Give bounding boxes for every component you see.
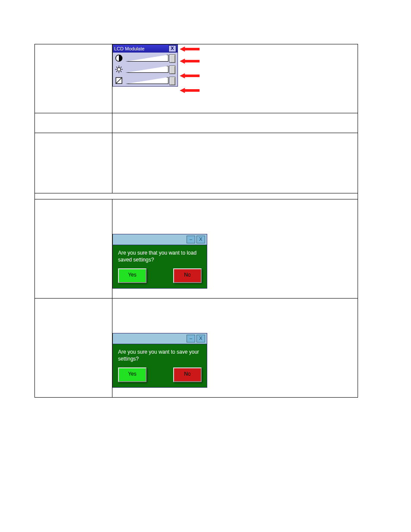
dialog-message: Are you sure that you want to load saved…	[118, 249, 202, 263]
cell-r6-c2: – X Are you sure you want to save your s…	[112, 299, 358, 398]
lcd-modulate-panel: LCD Modulate X	[112, 44, 178, 87]
lcd-title: LCD Modulate	[114, 46, 168, 51]
minimize-icon[interactable]: –	[187, 335, 195, 342]
brightness-slider[interactable]	[125, 66, 175, 73]
svg-line-9	[121, 67, 121, 68]
slider-thumb-icon[interactable]	[169, 77, 175, 85]
contrast-icon	[115, 54, 123, 62]
no-button[interactable]: No	[173, 268, 202, 283]
svg-line-6	[116, 67, 117, 68]
cell-r2-c2	[112, 113, 358, 133]
svg-point-1	[117, 68, 121, 71]
arrow-icon	[180, 46, 199, 52]
close-icon[interactable]: X	[196, 335, 205, 342]
arrow-icon	[180, 73, 199, 79]
save-dialog-wrap: – X Are you sure you want to save your s…	[112, 333, 355, 388]
svg-line-8	[116, 71, 117, 72]
contrast-slider[interactable]	[125, 55, 175, 62]
yes-button[interactable]: Yes	[118, 268, 146, 283]
cell-r1-c1	[35, 44, 112, 113]
minimize-icon[interactable]: –	[187, 236, 195, 243]
close-icon[interactable]: X	[196, 236, 205, 243]
cell-r4	[35, 193, 358, 199]
svg-marker-15	[180, 88, 199, 93]
load-settings-dialog: – X Are you sure that you want to load s…	[112, 234, 207, 289]
dialog-message: Are you sure you want to save your setti…	[118, 348, 202, 362]
save-settings-dialog: – X Are you sure you want to save your s…	[112, 333, 207, 388]
svg-marker-13	[180, 59, 199, 64]
calibration-icon	[115, 77, 123, 84]
layout-table: LCD Modulate X	[34, 44, 358, 398]
cell-r6-c1	[35, 299, 112, 398]
calibration-slider[interactable]	[125, 77, 175, 84]
brightness-row	[113, 64, 177, 75]
contrast-row	[113, 53, 177, 64]
svg-marker-12	[180, 47, 199, 52]
cell-r3-c1	[35, 133, 112, 193]
cell-r1-c2: LCD Modulate X	[112, 44, 358, 113]
lcd-titlebar: LCD Modulate X	[113, 45, 177, 53]
cell-r5-c1	[35, 199, 112, 299]
slider-thumb-icon[interactable]	[169, 65, 175, 74]
yes-button[interactable]: Yes	[118, 367, 146, 382]
cell-r5-c2: – X Are you sure that you want to load s…	[112, 199, 358, 299]
dialog-titlebar: – X	[113, 333, 207, 344]
dialog-titlebar: – X	[113, 234, 207, 245]
page: LCD Modulate X	[0, 0, 411, 532]
lcd-modulate-wrap: LCD Modulate X	[112, 44, 224, 87]
arrow-icon	[180, 87, 199, 93]
calibration-row	[113, 75, 177, 86]
cell-r3-c2	[112, 133, 358, 193]
svg-marker-14	[180, 73, 199, 78]
brightness-icon	[115, 65, 123, 73]
load-dialog-wrap: – X Are you sure that you want to load s…	[112, 234, 355, 289]
svg-line-7	[121, 71, 121, 72]
no-button[interactable]: No	[173, 367, 202, 382]
cell-r2-c1	[35, 113, 112, 133]
arrow-icon	[180, 58, 199, 64]
close-icon[interactable]: X	[168, 45, 176, 52]
slider-thumb-icon[interactable]	[169, 54, 175, 63]
